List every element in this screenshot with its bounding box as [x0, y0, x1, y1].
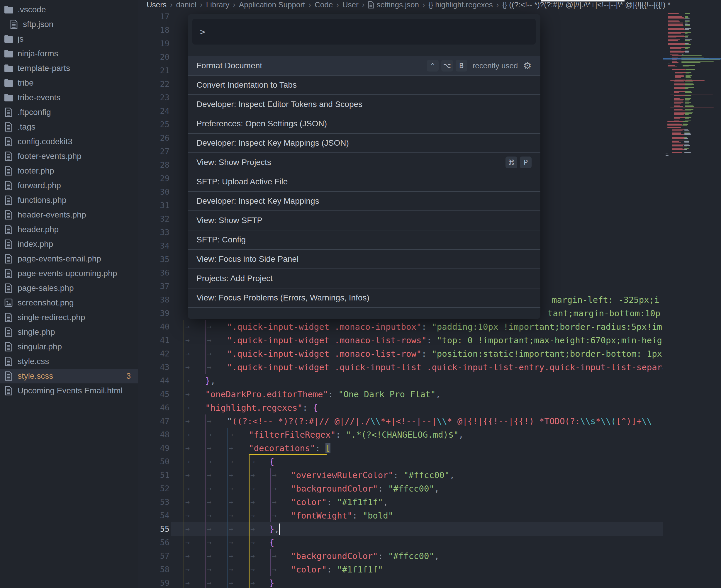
sidebar-item-header-events-php[interactable]: header-events.php — [0, 208, 138, 222]
breadcrumb-label: daniel — [176, 0, 197, 9]
sidebar-item-page-events-email-php[interactable]: page-events-email.php — [0, 252, 138, 266]
command-palette-list: Format Document⌃⌥Brecently used⚙Convert … — [188, 56, 540, 307]
code-line[interactable]: 59→→→→} — [138, 576, 663, 588]
breadcrumb-item[interactable]: Application Support — [239, 0, 305, 9]
minimap-line — [685, 34, 687, 34]
code-line[interactable]: 49→→→"decorations": [ — [138, 441, 663, 455]
gear-icon[interactable]: ⚙ — [523, 60, 532, 71]
sidebar-item-single-php[interactable]: single.php — [0, 325, 138, 339]
breadcrumb-item[interactable]: settings.json — [368, 0, 419, 9]
breadcrumb-item[interactable]: Library — [206, 0, 229, 9]
command-palette-input[interactable]: > — [192, 19, 536, 45]
breadcrumb-item[interactable]: Code — [315, 0, 333, 9]
code-line[interactable]: 56→→→→{ — [138, 536, 663, 549]
minimap-line — [670, 48, 681, 49]
minimap[interactable] — [663, 9, 721, 588]
palette-item-format-document[interactable]: Format Document⌃⌥Brecently used⚙ — [188, 56, 540, 75]
sidebar-item-js[interactable]: js — [0, 31, 138, 46]
sidebar-item-template-parts[interactable]: template-parts — [0, 61, 138, 76]
palette-item-view-focus-into-side-panel[interactable]: View: Focus into Side Panel — [188, 249, 540, 269]
code-line[interactable]: 52→→→→→"backgroundColor": "#ffcc00", — [138, 482, 663, 496]
code-line[interactable]: 48→→→"filterFileRegex": ".*(?<!CHANGELOG… — [138, 428, 663, 441]
sidebar-item-sftp-json[interactable]: sftp.json — [0, 17, 138, 31]
sidebar-item-label: style.scss — [18, 371, 53, 381]
code-line[interactable]: 58→→→→→"color": "#1f1f1f" — [138, 563, 663, 576]
sidebar-item-ninja-forms[interactable]: ninja-forms — [0, 46, 138, 61]
sidebar-item-index-php[interactable]: index.php — [0, 237, 138, 252]
sidebar-item-footer-php[interactable]: footer.php — [0, 164, 138, 178]
sidebar-item-page-sales-php[interactable]: page-sales.php — [0, 281, 138, 295]
palette-item-view-focus-problems-errors-warnings-info[interactable]: View: Focus Problems (Errors, Warnings, … — [188, 288, 540, 307]
palette-item-label: View: Focus into Side Panel — [197, 254, 298, 264]
code-line[interactable]: 54→→→→→"fontWeight": "bold" — [138, 509, 663, 522]
tab-whitespace-icon: → — [207, 360, 211, 374]
minimap-line — [684, 137, 687, 138]
palette-item-view-show-projects[interactable]: View: Show Projects⌘P — [188, 152, 540, 172]
code-line[interactable]: 53→→→→→"color": "#1f1f1f", — [138, 496, 663, 509]
sidebar-item-screenshot-png[interactable]: screenshot.png — [0, 295, 138, 310]
sidebar-item-style-scss[interactable]: style.scss3 — [0, 369, 138, 383]
line-number: 52 — [140, 482, 169, 496]
breadcrumb-item[interactable]: {}((?:<!-- *)?(?:#|// @|//|./\*+|<!--|--… — [502, 0, 671, 9]
tab-whitespace-icon: → — [229, 549, 233, 563]
sidebar-item-tribe[interactable]: tribe — [0, 76, 138, 90]
code-line[interactable]: 55→→→→}, — [138, 522, 663, 536]
sidebar-item-single-redirect-php[interactable]: single-redirect.php — [0, 310, 138, 325]
palette-item-developer-inspect-key-mappings-json-[interactable]: Developer: Inspect Key Mappings (JSON) — [188, 133, 540, 152]
minimap-line — [674, 98, 680, 99]
minimap-line — [684, 148, 689, 148]
code-line[interactable]: 45→"oneDarkPro.editorTheme": "One Dark P… — [138, 387, 663, 401]
code-line[interactable]: 57→→→→→"backgroundColor": "#ffcc00", — [138, 549, 663, 563]
keybinding-chip: ⌥ — [441, 60, 453, 71]
breadcrumb-item[interactable]: daniel — [176, 0, 197, 9]
sidebar-item-config-codekit3[interactable]: config.codekit3 — [0, 134, 138, 149]
token-cyn: \\ — [641, 416, 652, 426]
line-number: 44 — [140, 374, 169, 387]
palette-item-preferences-open-settings-json-[interactable]: Preferences: Open Settings (JSON) — [188, 114, 540, 133]
code-line[interactable]: 47→→"((?:<!-- *)?(?:#|// @|//|./\\*+|<!-… — [138, 415, 663, 428]
code-text: margin-left: -325px;i — [552, 293, 659, 307]
sidebar-item-singular-php[interactable]: singular.php — [0, 339, 138, 354]
code-line[interactable]: 51→→→→→"overviewRulerColor": "#ffcc00", — [138, 468, 663, 482]
tab-whitespace-icon: → — [207, 549, 211, 563]
minimap-line — [685, 42, 692, 42]
sidebar-item-functions-php[interactable]: functions.php — [0, 193, 138, 208]
code-line[interactable]: 43→→".quick-input-widget .quick-input-li… — [138, 360, 663, 374]
sidebar-item-style-css[interactable]: style.css — [0, 354, 138, 369]
sidebar-item--vscode[interactable]: .vscode — [0, 2, 138, 17]
minimap-line — [674, 103, 681, 104]
code-line[interactable]: 40→→".quick-input-widget .monaco-inputbo… — [138, 320, 663, 334]
palette-item-convert-indentation-to-tabs[interactable]: Convert Indentation to Tabs — [188, 75, 540, 94]
code-line[interactable]: 46→"highlight.regexes": { — [138, 401, 663, 415]
tab-whitespace-icon: → — [229, 468, 233, 482]
sidebar-item--ftpconfig[interactable]: .ftpconfig — [0, 105, 138, 120]
breadcrumb-item[interactable]: User — [343, 0, 358, 9]
sidebar-item-upcoming-events-email-html[interactable]: Upcoming Events Email.html — [0, 383, 138, 398]
sidebar-item-page-events-upcoming-php[interactable]: page-events-upcoming.php — [0, 266, 138, 281]
minimap-line — [685, 116, 689, 117]
minimap-line — [668, 19, 686, 19]
palette-item-projects-add-project[interactable]: Projects: Add Project — [188, 269, 540, 288]
token-red: "backgroundColor" — [291, 551, 378, 561]
palette-item-developer-inspect-key-mappings[interactable]: Developer: Inspect Key Mappings — [188, 191, 540, 210]
palette-item-sftp-config[interactable]: SFTP: Config — [188, 230, 540, 249]
sidebar-item--tags[interactable]: .tags — [0, 120, 138, 134]
breadcrumb-item[interactable]: Users — [147, 0, 167, 9]
palette-item-developer-inspect-editor-tokens-and-scop[interactable]: Developer: Inspect Editor Tokens and Sco… — [188, 94, 540, 114]
minimap-line — [665, 153, 667, 154]
sidebar-item-footer-events-php[interactable]: footer-events.php — [0, 149, 138, 164]
sidebar-item-label: ninja-forms — [18, 49, 58, 58]
sidebar-item-tribe-events[interactable]: tribe-events — [0, 90, 138, 105]
palette-item-sftp-upload-active-file[interactable]: SFTP: Upload Active File — [188, 172, 540, 191]
code-line[interactable]: 41→→".quick-input-widget .monaco-list-ro… — [138, 334, 663, 347]
sidebar-item-forward-php[interactable]: forward.php — [0, 178, 138, 193]
code-line[interactable]: 50→→→→{ — [138, 455, 663, 468]
code-line[interactable]: 42→→".quick-input-widget .monaco-list-ro… — [138, 347, 663, 360]
line-number: 29 — [140, 172, 169, 185]
palette-item-view-show-sftp[interactable]: View: Show SFTP — [188, 210, 540, 230]
breadcrumb-item[interactable]: {}highlight.regexes — [429, 0, 493, 9]
token-pun: : — [352, 511, 363, 521]
sidebar-item-header-php[interactable]: header.php — [0, 222, 138, 237]
line-number: 42 — [140, 347, 169, 360]
code-line[interactable]: 44→}, — [138, 374, 663, 387]
